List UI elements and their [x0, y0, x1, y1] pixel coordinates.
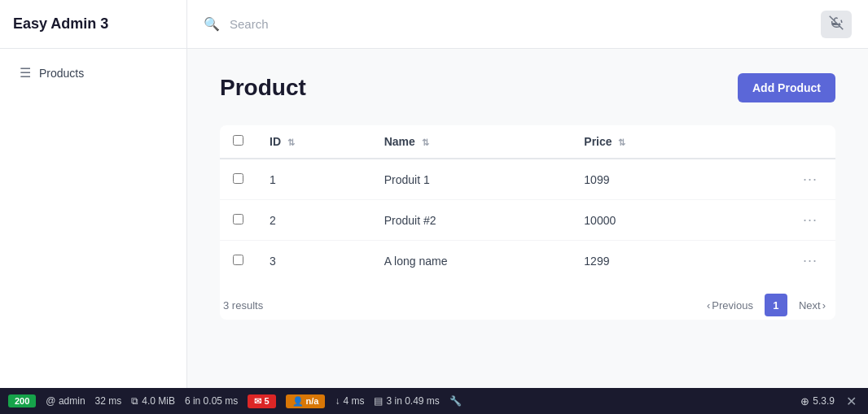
db-icon: ▤: [374, 395, 383, 407]
table-row: 3 A long name 1299 ···: [220, 241, 835, 281]
close-status-bar-button[interactable]: ✕: [843, 394, 860, 409]
memory-item: ⧉ 4.0 MiB: [131, 395, 175, 407]
search-icon: 🔍: [204, 16, 220, 32]
row-checkbox-cell: [220, 200, 256, 241]
cell-actions: ···: [722, 200, 835, 241]
row-checkbox[interactable]: [233, 173, 243, 184]
next-page-button[interactable]: Next ›: [792, 296, 832, 315]
table-body: 1 Produit 1 1099 ··· 2: [220, 159, 835, 281]
sidebar-item-products[interactable]: ☰ Products: [7, 57, 180, 89]
sort-arrows-name[interactable]: ⇅: [422, 137, 429, 147]
page-1-button[interactable]: 1: [765, 294, 787, 316]
status-right: ⊕ 5.3.9 ✕: [800, 394, 860, 409]
row-actions-button[interactable]: ···: [798, 251, 822, 271]
user-item: @ admin: [46, 395, 85, 407]
cell-id: 3: [256, 241, 371, 281]
col-id: ID ⇅: [256, 125, 371, 159]
header-right: [821, 11, 852, 38]
product-table-wrap: ID ⇅ Name ⇅ Price ⇅: [220, 125, 835, 320]
add-product-button[interactable]: Add Product: [738, 73, 835, 102]
page-title: Product: [220, 75, 306, 101]
row-checkbox-cell: [220, 159, 256, 200]
sidebar-nav: ☰ Products: [0, 49, 186, 97]
download-icon: ↓: [335, 395, 340, 407]
time-item: 32 ms: [95, 395, 122, 407]
cell-name: Produit 1: [371, 159, 572, 200]
messages-badge: ✉ 5: [248, 394, 275, 408]
user-label: @ admin: [46, 395, 85, 407]
table-row: 1 Produit 1 1099 ···: [220, 159, 835, 200]
wrench-item: 🔧: [449, 395, 462, 407]
select-all-checkbox[interactable]: [233, 135, 243, 146]
symfony-version-item: ⊕ 5.3.9: [800, 395, 835, 407]
row-actions-button[interactable]: ···: [798, 169, 822, 190]
sidebar: Easy Admin 3 ☰ Products: [0, 0, 187, 388]
user-icon: 👤: [292, 396, 304, 406]
user-badge: 👤 n/a: [286, 394, 326, 408]
wrench-icon: 🔧: [449, 395, 462, 407]
queries-item: 6 in 0.05 ms: [185, 395, 238, 407]
table-row: 2 Produit #2 10000 ···: [220, 200, 835, 241]
sidebar-item-label: Products: [39, 67, 84, 80]
col-name: Name ⇅: [371, 125, 572, 159]
table-header: ID ⇅ Name ⇅ Price ⇅: [220, 125, 835, 159]
cell-price: 1299: [571, 241, 722, 281]
brand-title: Easy Admin 3: [0, 0, 186, 49]
status-bar: 200 @ admin 32 ms ⧉ 4.0 MiB 6 in 0.05 ms…: [0, 388, 868, 414]
layers-icon: ⧉: [131, 395, 138, 407]
sort-arrows-price[interactable]: ⇅: [618, 137, 625, 147]
product-table: ID ⇅ Name ⇅ Price ⇅: [220, 125, 835, 281]
cell-price: 10000: [571, 200, 722, 241]
cell-id: 2: [256, 200, 371, 241]
row-actions-button[interactable]: ···: [798, 210, 822, 230]
bell-off-icon: [829, 15, 844, 30]
cell-actions: ···: [722, 159, 835, 200]
row-checkbox[interactable]: [233, 255, 243, 265]
pagination-controls: ‹ Previous 1 Next ›: [700, 294, 832, 316]
row-checkbox-cell: [220, 241, 256, 281]
action-ms-item: ↓ 4 ms: [335, 395, 364, 407]
db-queries-item: ▤ 3 in 0.49 ms: [374, 395, 439, 407]
row-checkbox[interactable]: [233, 214, 243, 224]
main-content: Product Add Product ID ⇅: [187, 49, 868, 388]
symfony-icon: ⊕: [800, 395, 809, 407]
header: 🔍: [187, 0, 868, 49]
select-all-header: [220, 125, 256, 159]
cell-price: 1099: [571, 159, 722, 200]
sort-arrows-id[interactable]: ⇅: [287, 137, 295, 147]
col-price: Price ⇅: [571, 125, 722, 159]
list-icon: ☰: [20, 65, 31, 81]
notifications-button[interactable]: [821, 11, 852, 38]
cell-id: 1: [256, 159, 371, 200]
col-actions-header: [722, 125, 835, 159]
results-count: 3 results: [223, 299, 263, 312]
pagination-bar: 3 results ‹ Previous 1 Next ›: [220, 281, 835, 320]
cell-name: Produit #2: [371, 200, 572, 241]
previous-page-button[interactable]: ‹ Previous: [700, 296, 760, 315]
messages-icon: ✉: [254, 396, 261, 406]
cell-actions: ···: [722, 241, 835, 281]
page-header: Product Add Product: [220, 73, 835, 102]
cell-name: A long name: [371, 241, 572, 281]
search-input[interactable]: [230, 17, 811, 31]
http-status-badge: 200: [8, 394, 36, 407]
